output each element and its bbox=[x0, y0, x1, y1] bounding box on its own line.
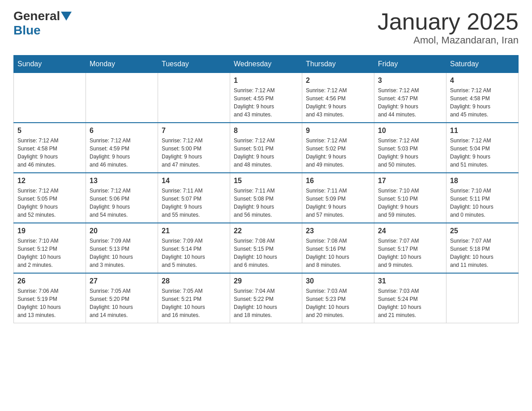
calendar-week-row: 19Sunrise: 7:10 AM Sunset: 5:12 PM Dayli… bbox=[14, 223, 519, 273]
day-info: Sunrise: 7:12 AM Sunset: 5:03 PM Dayligh… bbox=[378, 137, 442, 169]
day-number: 19 bbox=[17, 227, 82, 235]
day-number: 2 bbox=[306, 77, 370, 85]
calendar-cell: 5Sunrise: 7:12 AM Sunset: 4:58 PM Daylig… bbox=[14, 123, 86, 173]
day-info: Sunrise: 7:10 AM Sunset: 5:12 PM Dayligh… bbox=[17, 237, 82, 269]
calendar-cell: 13Sunrise: 7:12 AM Sunset: 5:06 PM Dayli… bbox=[86, 173, 158, 223]
day-info: Sunrise: 7:12 AM Sunset: 5:00 PM Dayligh… bbox=[162, 137, 226, 169]
title-block: January 2025 Amol, Mazandaran, Iran bbox=[378, 9, 519, 46]
calendar-cell: 10Sunrise: 7:12 AM Sunset: 5:03 PM Dayli… bbox=[374, 123, 446, 173]
day-number: 16 bbox=[306, 177, 370, 185]
day-info: Sunrise: 7:12 AM Sunset: 4:55 PM Dayligh… bbox=[234, 86, 298, 119]
day-number: 18 bbox=[450, 177, 515, 185]
logo-general: General bbox=[13, 9, 60, 23]
day-info: Sunrise: 7:12 AM Sunset: 4:59 PM Dayligh… bbox=[90, 137, 154, 169]
day-info: Sunrise: 7:10 AM Sunset: 5:11 PM Dayligh… bbox=[450, 187, 515, 219]
calendar-cell: 20Sunrise: 7:09 AM Sunset: 5:13 PM Dayli… bbox=[86, 223, 158, 273]
calendar-cell bbox=[14, 73, 86, 123]
day-info: Sunrise: 7:11 AM Sunset: 5:07 PM Dayligh… bbox=[162, 187, 226, 219]
calendar-cell: 31Sunrise: 7:03 AM Sunset: 5:24 PM Dayli… bbox=[374, 273, 446, 323]
day-info: Sunrise: 7:07 AM Sunset: 5:18 PM Dayligh… bbox=[450, 237, 515, 269]
day-number: 21 bbox=[162, 227, 226, 235]
calendar-cell: 23Sunrise: 7:08 AM Sunset: 5:16 PM Dayli… bbox=[302, 223, 374, 273]
day-number: 24 bbox=[378, 227, 442, 235]
day-number: 9 bbox=[306, 127, 370, 135]
day-number: 31 bbox=[378, 277, 442, 285]
day-info: Sunrise: 7:09 AM Sunset: 5:13 PM Dayligh… bbox=[90, 237, 154, 269]
day-info: Sunrise: 7:08 AM Sunset: 5:16 PM Dayligh… bbox=[306, 237, 370, 269]
day-info: Sunrise: 7:12 AM Sunset: 5:02 PM Dayligh… bbox=[306, 137, 370, 169]
calendar-cell: 12Sunrise: 7:12 AM Sunset: 5:05 PM Dayli… bbox=[14, 173, 86, 223]
calendar-cell: 30Sunrise: 7:03 AM Sunset: 5:23 PM Dayli… bbox=[302, 273, 374, 323]
page-header: General Blue January 2025 Amol, Mazandar… bbox=[13, 9, 519, 46]
day-number: 20 bbox=[90, 227, 154, 235]
weekday-header-sunday: Sunday bbox=[14, 56, 86, 73]
calendar-cell: 6Sunrise: 7:12 AM Sunset: 4:59 PM Daylig… bbox=[86, 123, 158, 173]
calendar-table: SundayMondayTuesdayWednesdayThursdayFrid… bbox=[13, 55, 519, 323]
day-info: Sunrise: 7:03 AM Sunset: 5:23 PM Dayligh… bbox=[306, 287, 370, 319]
calendar-cell: 27Sunrise: 7:05 AM Sunset: 5:20 PM Dayli… bbox=[86, 273, 158, 323]
day-info: Sunrise: 7:12 AM Sunset: 5:06 PM Dayligh… bbox=[90, 187, 154, 219]
weekday-header-thursday: Thursday bbox=[302, 56, 374, 73]
calendar-cell bbox=[158, 73, 230, 123]
day-number: 13 bbox=[90, 177, 154, 185]
calendar-cell: 11Sunrise: 7:12 AM Sunset: 5:04 PM Dayli… bbox=[446, 123, 519, 173]
calendar-cell: 29Sunrise: 7:04 AM Sunset: 5:22 PM Dayli… bbox=[230, 273, 302, 323]
day-number: 22 bbox=[234, 227, 298, 235]
logo: General Blue bbox=[13, 9, 73, 38]
day-info: Sunrise: 7:12 AM Sunset: 4:58 PM Dayligh… bbox=[17, 137, 82, 169]
day-info: Sunrise: 7:12 AM Sunset: 5:05 PM Dayligh… bbox=[17, 187, 82, 219]
day-number: 11 bbox=[450, 127, 515, 135]
day-number: 25 bbox=[450, 227, 515, 235]
calendar-cell: 2Sunrise: 7:12 AM Sunset: 4:56 PM Daylig… bbox=[302, 73, 374, 123]
calendar-cell: 4Sunrise: 7:12 AM Sunset: 4:58 PM Daylig… bbox=[446, 73, 519, 123]
weekday-header-wednesday: Wednesday bbox=[230, 56, 302, 73]
calendar-cell bbox=[446, 273, 519, 323]
calendar-cell: 26Sunrise: 7:06 AM Sunset: 5:19 PM Dayli… bbox=[14, 273, 86, 323]
day-number: 6 bbox=[90, 127, 154, 135]
calendar-cell: 17Sunrise: 7:10 AM Sunset: 5:10 PM Dayli… bbox=[374, 173, 446, 223]
calendar-cell: 24Sunrise: 7:07 AM Sunset: 5:17 PM Dayli… bbox=[374, 223, 446, 273]
calendar-cell: 14Sunrise: 7:11 AM Sunset: 5:07 PM Dayli… bbox=[158, 173, 230, 223]
day-number: 8 bbox=[234, 127, 298, 135]
day-info: Sunrise: 7:06 AM Sunset: 5:19 PM Dayligh… bbox=[17, 287, 82, 319]
weekday-header-tuesday: Tuesday bbox=[158, 56, 230, 73]
day-info: Sunrise: 7:10 AM Sunset: 5:10 PM Dayligh… bbox=[378, 187, 442, 219]
day-number: 30 bbox=[306, 277, 370, 285]
weekday-header-friday: Friday bbox=[374, 56, 446, 73]
calendar-cell: 8Sunrise: 7:12 AM Sunset: 5:01 PM Daylig… bbox=[230, 123, 302, 173]
calendar-cell: 19Sunrise: 7:10 AM Sunset: 5:12 PM Dayli… bbox=[14, 223, 86, 273]
day-number: 28 bbox=[162, 277, 226, 285]
day-number: 1 bbox=[234, 77, 298, 85]
calendar-cell: 25Sunrise: 7:07 AM Sunset: 5:18 PM Dayli… bbox=[446, 223, 519, 273]
day-info: Sunrise: 7:11 AM Sunset: 5:09 PM Dayligh… bbox=[306, 187, 370, 219]
calendar-week-row: 5Sunrise: 7:12 AM Sunset: 4:58 PM Daylig… bbox=[14, 123, 519, 173]
day-info: Sunrise: 7:12 AM Sunset: 4:58 PM Dayligh… bbox=[450, 86, 515, 119]
calendar-cell: 7Sunrise: 7:12 AM Sunset: 5:00 PM Daylig… bbox=[158, 123, 230, 173]
day-info: Sunrise: 7:08 AM Sunset: 5:15 PM Dayligh… bbox=[234, 237, 298, 269]
day-number: 7 bbox=[162, 127, 226, 135]
calendar-cell: 9Sunrise: 7:12 AM Sunset: 5:02 PM Daylig… bbox=[302, 123, 374, 173]
day-number: 10 bbox=[378, 127, 442, 135]
weekday-header-row: SundayMondayTuesdayWednesdayThursdayFrid… bbox=[14, 56, 519, 73]
day-number: 4 bbox=[450, 77, 515, 85]
day-info: Sunrise: 7:12 AM Sunset: 5:04 PM Dayligh… bbox=[450, 137, 515, 169]
calendar-cell: 15Sunrise: 7:11 AM Sunset: 5:08 PM Dayli… bbox=[230, 173, 302, 223]
day-info: Sunrise: 7:09 AM Sunset: 5:14 PM Dayligh… bbox=[162, 237, 226, 269]
day-number: 3 bbox=[378, 77, 442, 85]
calendar-cell: 3Sunrise: 7:12 AM Sunset: 4:57 PM Daylig… bbox=[374, 73, 446, 123]
day-number: 12 bbox=[17, 177, 82, 185]
day-info: Sunrise: 7:04 AM Sunset: 5:22 PM Dayligh… bbox=[234, 287, 298, 319]
day-info: Sunrise: 7:12 AM Sunset: 4:56 PM Dayligh… bbox=[306, 86, 370, 119]
day-number: 5 bbox=[17, 127, 82, 135]
calendar-week-row: 1Sunrise: 7:12 AM Sunset: 4:55 PM Daylig… bbox=[14, 73, 519, 123]
logo-blue: Blue bbox=[13, 23, 41, 38]
calendar-cell: 21Sunrise: 7:09 AM Sunset: 5:14 PM Dayli… bbox=[158, 223, 230, 273]
day-info: Sunrise: 7:07 AM Sunset: 5:17 PM Dayligh… bbox=[378, 237, 442, 269]
day-number: 14 bbox=[162, 177, 226, 185]
day-number: 15 bbox=[234, 177, 298, 185]
day-info: Sunrise: 7:05 AM Sunset: 5:20 PM Dayligh… bbox=[90, 287, 154, 319]
calendar-cell bbox=[86, 73, 158, 123]
day-info: Sunrise: 7:05 AM Sunset: 5:21 PM Dayligh… bbox=[162, 287, 226, 319]
day-number: 17 bbox=[378, 177, 442, 185]
calendar-cell: 18Sunrise: 7:10 AM Sunset: 5:11 PM Dayli… bbox=[446, 173, 519, 223]
